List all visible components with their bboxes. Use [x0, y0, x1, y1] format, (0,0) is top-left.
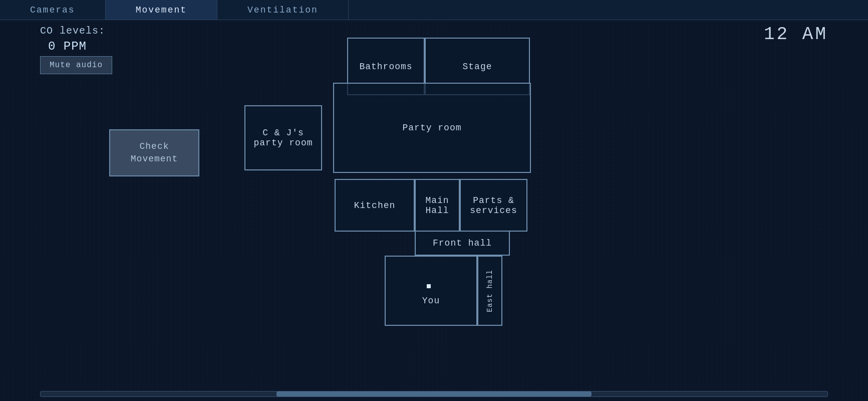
tab-ventilation[interactable]: Ventilation: [217, 0, 349, 20]
tab-movement[interactable]: Movement: [106, 0, 217, 20]
room-cj-party-room[interactable]: C & J's party room: [244, 105, 322, 170]
scrollbar-thumb: [276, 391, 591, 396]
co-levels-value: 0 PPM: [40, 38, 105, 55]
check-movement-button[interactable]: CheckMovement: [109, 129, 199, 176]
time-display: 12 AM: [764, 24, 828, 45]
room-parts-services[interactable]: Parts & services: [460, 179, 527, 232]
tab-bar: Cameras Movement Ventilation: [0, 0, 868, 20]
room-kitchen[interactable]: Kitchen: [335, 179, 415, 232]
tab-cameras[interactable]: Cameras: [0, 0, 106, 20]
co-levels-label: CO levels:: [40, 24, 105, 38]
player-dot: [427, 284, 431, 288]
room-you[interactable]: You: [385, 256, 477, 326]
co-levels-display: CO levels: 0 PPM: [40, 24, 105, 55]
room-front-hall[interactable]: Front hall: [415, 231, 510, 256]
mute-audio-button[interactable]: Mute audio: [40, 56, 112, 74]
scrollbar[interactable]: [40, 391, 828, 397]
room-east-hall[interactable]: East hall: [477, 256, 502, 326]
room-party-room[interactable]: Party room: [333, 83, 531, 173]
room-main-hall[interactable]: Main Hall: [415, 179, 460, 232]
